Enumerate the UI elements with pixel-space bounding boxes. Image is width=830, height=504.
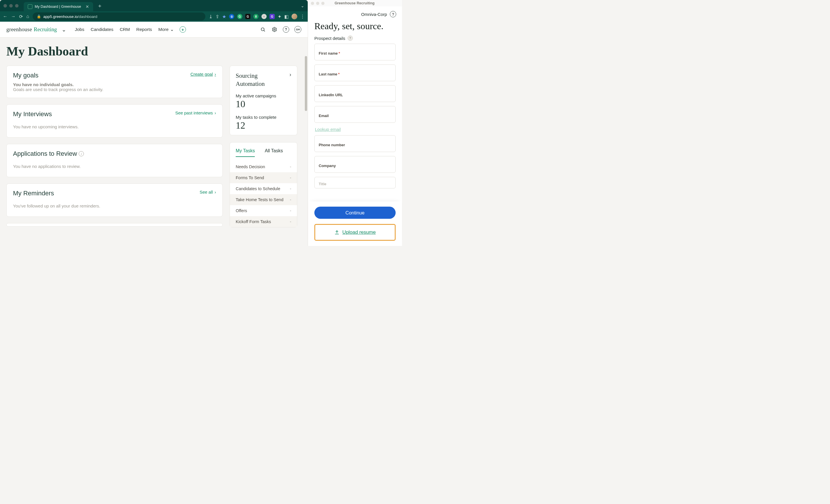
extension-gray-icon[interactable]: • [261,14,267,19]
sourcing-card[interactable]: SourcingAutomation › My active campaigns… [230,66,297,135]
nav-reports[interactable]: Reports [136,27,152,32]
continue-button[interactable]: Continue [314,207,395,219]
window-zoom-icon[interactable] [15,4,19,7]
task-row[interactable]: Take Home Tests to Send- [230,194,297,205]
svg-point-2 [274,29,275,30]
help-icon[interactable]: ? [348,36,353,41]
app-header: greenhouse Recruiting ⌄ Jobs Candidates … [0,22,308,38]
next-card-peek [6,223,223,227]
extension-purple-icon[interactable]: G [269,14,275,19]
chevron-down-icon: ⌄ [170,27,174,32]
prospect-details-label: Prospect details [314,36,345,41]
browser-tab-bar: My Dashboard | Greenhouse ✕ ＋ ⌄ [0,0,308,11]
lock-icon: 🔒 [37,14,41,19]
phone-number-field[interactable]: Phone number [314,135,395,152]
tab-overflow-button[interactable]: ⌄ [301,3,304,8]
logo-text-recruiting: Recruiting [34,26,57,33]
extension-greenhouse-icon[interactable]: 8 [253,14,259,19]
task-row[interactable]: Kickoff Form Tasks- [230,216,297,227]
address-bar[interactable]: 🔒 app5.greenhouse.io/dashboard [33,12,205,21]
chevron-right-icon: › [289,72,291,78]
goals-empty-strong: You have no individual goals. [13,82,216,87]
extensions-menu-icon[interactable]: ✦ [278,14,281,20]
email-field[interactable]: Email [314,106,395,123]
title-field[interactable]: Title [314,177,395,189]
reminders-card: My Reminders See all › You've followed u… [6,183,223,217]
goals-title: My goals [13,72,38,79]
svg-point-0 [261,28,264,31]
window-minimize-icon[interactable] [9,4,13,7]
create-goal-link[interactable]: Create goal › [190,72,216,76]
chevron-right-icon: › [215,110,216,115]
first-name-field[interactable]: First name* [314,44,395,60]
greenhouse-logo[interactable]: greenhouse Recruiting ⌄ [6,26,66,33]
browser-menu-button[interactable]: ⋮ [300,14,305,20]
extension-panel: Greenhouse Recruiting Omniva-Corp ? Read… [308,0,402,246]
product-switcher-icon[interactable]: ⌄ [62,26,66,33]
lookup-email-link[interactable]: Lookup email [315,127,341,132]
company-field[interactable]: Company [314,156,395,173]
upload-resume-label: Upload resume [343,230,376,235]
chevron-right-icon: › [215,190,216,195]
window-minimize-icon[interactable] [316,2,319,5]
nav-more[interactable]: More ⌄ [158,27,174,32]
interviews-empty: You have no upcoming interviews. [13,124,216,129]
see-all-reminders-link[interactable]: See all › [199,190,216,195]
user-avatar[interactable]: GH [294,26,301,33]
page-body: My Dashboard My goals Create goal › You … [0,38,308,246]
extension-hero: Ready, set, source. [308,19,402,36]
active-campaigns-value: 10 [236,99,291,109]
extension-window-chrome: Greenhouse Recruiting [308,0,402,6]
company-switcher[interactable]: Omniva-Corp [361,12,387,17]
upload-resume-button[interactable]: Upload resume [314,224,395,241]
logo-text-greenhouse: greenhouse [6,26,32,33]
star-icon[interactable]: ★ [222,14,226,20]
tab-my-tasks[interactable]: My Tasks [236,148,255,157]
see-past-interviews-link[interactable]: See past interviews › [175,110,216,115]
browser-tab[interactable]: My Dashboard | Greenhouse ✕ [24,2,93,11]
reminders-title: My Reminders [13,190,54,197]
tab-all-tasks[interactable]: All Tasks [265,148,283,157]
window-close-icon[interactable] [311,2,314,5]
url-host: app5.greenhouse.io [43,14,78,19]
scrollbar[interactable] [305,56,307,111]
task-row[interactable]: Candidates to Schedule- [230,183,297,194]
settings-icon[interactable] [271,26,278,33]
new-tab-button[interactable]: ＋ [97,2,102,9]
reload-button[interactable]: ⟳ [19,14,23,20]
side-panel-icon[interactable]: ◧ [284,14,289,20]
window-zoom-icon[interactable] [321,2,324,5]
help-icon[interactable]: ? [390,11,396,18]
goals-empty-sub: Goals are used to track progress on an a… [13,87,216,92]
window-close-icon[interactable] [3,4,7,7]
task-row[interactable]: Offers- [230,205,297,216]
help-icon[interactable]: ? [283,26,289,33]
search-icon[interactable] [260,26,266,33]
nav-crm[interactable]: CRM [120,27,130,32]
add-button[interactable]: + [180,26,186,33]
reminders-empty: You've followed up on all your due remin… [13,203,216,208]
back-button[interactable]: ← [3,14,7,19]
extension-1password-icon[interactable]: ① [229,14,234,19]
share-icon[interactable]: ⇪ [216,14,219,20]
task-row[interactable]: Forms To Send- [230,172,297,183]
nav-candidates[interactable]: Candidates [91,27,113,32]
linkedin-url-field[interactable]: LinkedIn URL [314,85,395,102]
install-app-icon[interactable]: ⤓ [209,14,213,20]
task-list: Needs Decision- Forms To Send- Candidate… [230,161,297,227]
home-button[interactable]: ⌂ [26,14,29,19]
close-tab-icon[interactable]: ✕ [86,4,89,9]
goals-card: My goals Create goal › You have no indiv… [6,66,223,98]
tasks-to-complete-value: 12 [236,120,291,131]
extension-grammarly-icon[interactable]: G [237,14,242,19]
task-row[interactable]: Needs Decision- [230,161,297,172]
profile-avatar-icon[interactable] [291,13,297,20]
applications-card: Applications to Review i You have no app… [6,144,223,177]
active-campaigns-label: My active campaigns [236,93,291,98]
last-name-field[interactable]: Last name* [314,64,395,81]
info-icon[interactable]: i [79,151,84,156]
forward-button[interactable]: → [11,14,15,19]
extension-window-title: Greenhouse Recruiting [326,1,383,5]
extension-dark-icon[interactable]: G [245,14,250,19]
nav-jobs[interactable]: Jobs [75,27,85,32]
